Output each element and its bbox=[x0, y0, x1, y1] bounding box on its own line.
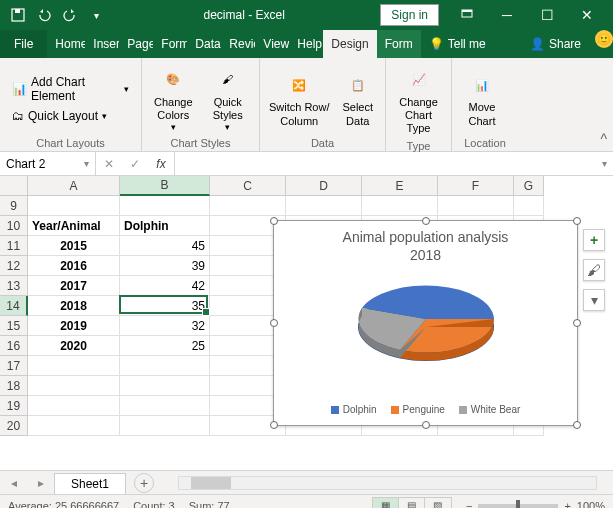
quick-layout-button[interactable]: 🗂Quick Layout▾ bbox=[6, 107, 113, 125]
chart-legend[interactable]: Dolphin Penguine White Bear bbox=[274, 404, 577, 415]
quick-styles-button[interactable]: 🖌Quick Styles▾ bbox=[203, 62, 254, 135]
cell[interactable] bbox=[28, 396, 120, 416]
cell[interactable] bbox=[28, 196, 120, 216]
cell[interactable] bbox=[120, 376, 210, 396]
tab-data[interactable]: Data bbox=[187, 30, 221, 58]
move-chart-button[interactable]: 📊Move Chart bbox=[458, 67, 506, 129]
sheet-tab[interactable]: Sheet1 bbox=[54, 473, 126, 494]
zoom-level[interactable]: 100% bbox=[577, 500, 605, 509]
minimize-button[interactable]: ─ bbox=[487, 0, 527, 30]
row-header[interactable]: 14 bbox=[0, 296, 28, 316]
column-header[interactable]: E bbox=[362, 176, 438, 196]
ribbon-options-icon[interactable] bbox=[447, 0, 487, 30]
tab-formulas[interactable]: Form bbox=[153, 30, 187, 58]
normal-view-button[interactable]: ▦ bbox=[373, 498, 399, 509]
tab-home[interactable]: Home bbox=[47, 30, 85, 58]
insert-function-icon[interactable]: fx bbox=[148, 157, 174, 171]
chevron-down-icon[interactable]: ▾ bbox=[84, 158, 89, 169]
select-data-button[interactable]: 📋Select Data bbox=[336, 67, 379, 129]
expand-formula-icon[interactable]: ▾ bbox=[595, 152, 613, 175]
column-header[interactable]: A bbox=[28, 176, 120, 196]
share-button[interactable]: 👤Share bbox=[522, 30, 589, 58]
cell[interactable] bbox=[210, 196, 286, 216]
name-box[interactable]: ▾ bbox=[0, 152, 96, 175]
formula-input[interactable] bbox=[175, 152, 595, 175]
row-header[interactable]: 13 bbox=[0, 276, 28, 296]
sheet-nav-arrows[interactable]: ◂▸ bbox=[0, 476, 54, 490]
row-header[interactable]: 16 bbox=[0, 336, 28, 356]
tab-page[interactable]: Page bbox=[119, 30, 153, 58]
chart-title-line2[interactable]: 2018 bbox=[274, 247, 577, 265]
column-header[interactable]: G bbox=[514, 176, 544, 196]
tab-insert[interactable]: Insert bbox=[85, 30, 119, 58]
cell[interactable]: 2016 bbox=[28, 256, 120, 276]
cell[interactable] bbox=[28, 416, 120, 436]
tab-file[interactable]: File bbox=[0, 30, 47, 58]
cell[interactable]: Year/Animal bbox=[28, 216, 120, 236]
qat-customize-icon[interactable]: ▾ bbox=[84, 3, 108, 27]
maximize-button[interactable]: ☐ bbox=[527, 0, 567, 30]
tab-review[interactable]: Revie bbox=[221, 30, 255, 58]
row-header[interactable]: 15 bbox=[0, 316, 28, 336]
embedded-chart[interactable]: Animal population analysis 2018 bbox=[273, 220, 578, 426]
legend-item[interactable]: Penguine bbox=[391, 404, 445, 415]
row-header[interactable]: 19 bbox=[0, 396, 28, 416]
undo-icon[interactable] bbox=[32, 3, 56, 27]
change-colors-button[interactable]: 🎨Change Colors▾ bbox=[148, 62, 199, 135]
cell[interactable]: 45 bbox=[120, 236, 210, 256]
cell[interactable]: Dolphin bbox=[120, 216, 210, 236]
name-box-input[interactable] bbox=[6, 157, 66, 171]
tab-help[interactable]: Help bbox=[289, 30, 323, 58]
cell[interactable] bbox=[286, 196, 362, 216]
add-sheet-button[interactable]: + bbox=[134, 473, 154, 493]
column-header[interactable]: C bbox=[210, 176, 286, 196]
switch-row-column-button[interactable]: 🔀Switch Row/ Column bbox=[266, 67, 332, 129]
close-button[interactable]: ✕ bbox=[567, 0, 607, 30]
cell[interactable]: 2018 bbox=[28, 296, 120, 316]
cell[interactable]: 2015 bbox=[28, 236, 120, 256]
row-header[interactable]: 9 bbox=[0, 196, 28, 216]
cell[interactable] bbox=[28, 376, 120, 396]
cell[interactable]: 35 bbox=[120, 296, 210, 316]
sign-in-button[interactable]: Sign in bbox=[380, 4, 439, 26]
chart-elements-button[interactable]: + bbox=[583, 229, 605, 251]
cell[interactable]: 25 bbox=[120, 336, 210, 356]
chart-filters-button[interactable]: ▾ bbox=[583, 289, 605, 311]
column-header[interactable]: F bbox=[438, 176, 514, 196]
cell[interactable] bbox=[120, 196, 210, 216]
accept-formula-icon[interactable]: ✓ bbox=[122, 157, 148, 171]
column-header[interactable]: B bbox=[120, 176, 210, 196]
cell[interactable]: 2020 bbox=[28, 336, 120, 356]
cell[interactable] bbox=[120, 396, 210, 416]
row-header[interactable]: 18 bbox=[0, 376, 28, 396]
chart-styles-button[interactable]: 🖌 bbox=[583, 259, 605, 281]
collapse-ribbon-icon[interactable]: ^ bbox=[600, 131, 607, 147]
horizontal-scrollbar[interactable] bbox=[178, 476, 597, 490]
cell[interactable] bbox=[28, 356, 120, 376]
column-header[interactable]: D bbox=[286, 176, 362, 196]
legend-item[interactable]: Dolphin bbox=[331, 404, 377, 415]
row-header[interactable]: 11 bbox=[0, 236, 28, 256]
cell[interactable] bbox=[362, 196, 438, 216]
select-all-corner[interactable] bbox=[0, 176, 28, 196]
cell[interactable] bbox=[120, 356, 210, 376]
tab-format[interactable]: Form bbox=[377, 30, 421, 58]
page-break-button[interactable]: ▧ bbox=[425, 498, 451, 509]
zoom-slider[interactable] bbox=[478, 504, 558, 508]
cell[interactable]: 2019 bbox=[28, 316, 120, 336]
pie-chart-plot[interactable] bbox=[274, 269, 579, 379]
legend-item[interactable]: White Bear bbox=[459, 404, 520, 415]
row-header[interactable]: 17 bbox=[0, 356, 28, 376]
cell[interactable]: 42 bbox=[120, 276, 210, 296]
row-header[interactable]: 12 bbox=[0, 256, 28, 276]
row-header[interactable]: 20 bbox=[0, 416, 28, 436]
tell-me[interactable]: 💡Tell me bbox=[421, 30, 494, 58]
cell[interactable] bbox=[120, 416, 210, 436]
cell[interactable]: 2017 bbox=[28, 276, 120, 296]
cell[interactable] bbox=[514, 196, 544, 216]
cell[interactable] bbox=[438, 196, 514, 216]
tab-design[interactable]: Design bbox=[323, 30, 376, 58]
save-icon[interactable] bbox=[6, 3, 30, 27]
tab-view[interactable]: View bbox=[255, 30, 289, 58]
redo-icon[interactable] bbox=[58, 3, 82, 27]
